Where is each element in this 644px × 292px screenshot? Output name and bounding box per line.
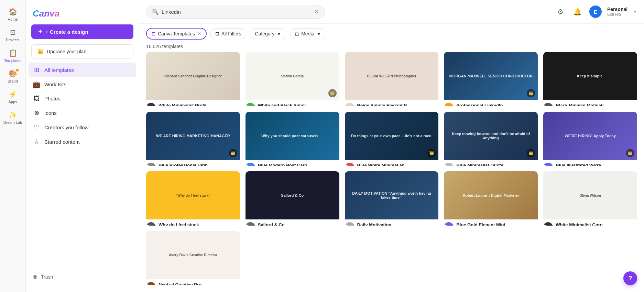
remove-chip-button[interactable]: ✕ [198,31,201,36]
card-thumbnail: Richard Sanchez Graphic Designer [146,52,240,100]
template-card[interactable]: Sallord & Co S Sallord & Co LinkedIn Pos… [245,171,339,226]
template-card[interactable]: "Why do I feel stuck" Y Why do I feel st… [146,171,240,226]
sidebar: Canva ✦ + Create a design 👑 Upgrade your… [26,0,139,292]
settings-button[interactable]: ⚙ [555,6,566,18]
template-count: 16,026 templates [139,44,644,52]
card-title: Professional LinkedIn ... [456,103,538,106]
canva-templates-chip[interactable]: ⊡ Canva Templates ✕ [146,28,207,40]
creator-avatar: R [146,103,156,106]
card-info: D Blue Professional Hirin... LinkedIn Po… [146,160,240,166]
template-card[interactable]: Keep moving forward and don't be afraid … [444,112,538,166]
card-title: Blue Illustrated We're ... [556,163,637,166]
media-filter-button[interactable]: ◻ Media ▼ [290,28,326,39]
dreamlab-icon: ✨ [9,111,17,119]
template-card[interactable]: Olivia Wilson Y White Minimalist Corp...… [543,171,637,226]
canva-logo: Canva [33,8,59,19]
card-text: White Minimalist Profil... LinkedIn Back… [159,103,240,106]
sidebar-item-work-kits[interactable]: 💼 Work Kits [29,77,136,91]
sidebar-item-all-templates[interactable]: ⊞ All templates [29,63,136,77]
template-card[interactable]: Shawn Garcia 👑 A White and Black Simpl..… [245,52,339,106]
card-info: S Blue Modern Post Caro... LinkedIn Caro… [245,160,339,166]
thumb-label: Robert Laurent Digital Marketer [460,191,522,200]
creator-avatar: DM [146,282,156,285]
template-card[interactable]: Avery Davis Creative Director DM Neutral… [146,231,240,285]
card-title: Blue Professional Hirin... [159,163,240,166]
nav-item-apps[interactable]: ⚡ Apps [0,87,25,107]
template-card[interactable]: WE'RE HIRING! Apply Today 👑 Y Blue Illus… [543,112,637,166]
search-icon: 🔍 [152,9,159,15]
thumb-label: Richard Sanchez Graphic Designer [162,72,225,81]
upgrade-plan-button[interactable]: 👑 Upgrade your plan [31,44,133,58]
premium-badge: 👑 [626,149,634,157]
card-text: White Minimalist Corp... LinkedIn Backgr… [556,222,637,226]
card-title: Daily Motivation [357,222,439,226]
notifications-button[interactable]: 🔔 [571,6,584,18]
template-card[interactable]: MORGAN MAXWELL SENIOR CONSTRUCTOR 👑 K Pr… [444,52,538,106]
category-filter-button[interactable]: Category ▼ [250,28,286,39]
user-info[interactable]: Personal Estrella [607,7,627,17]
thumb-label: "Why do I feel stuck" [173,191,213,200]
card-title: Neutral Creative Pro... [159,282,240,285]
nav-item-templates[interactable]: 📋 Templates [0,45,25,66]
avatar[interactable]: E [589,6,602,18]
apps-icon: ⚡ [9,90,17,98]
card-thumbnail: WE ARE HIRING MARKETING MANAGER 👑 [146,112,240,160]
user-plan: Estrella [607,12,627,17]
card-info: S Blue Minimalist Quote... LinkedIn Post… [444,160,538,166]
template-card[interactable]: DAILY MOTIVATION "Anything worth having … [345,171,439,226]
card-info: Y Why do I feel stuck LinkedIn Post [146,219,240,226]
chevron-down-icon: ▼ [276,31,281,36]
card-thumbnail: Sallord & Co [245,171,339,219]
help-button[interactable]: ? [623,271,637,285]
filter-bar: ⊡ Canva Templates ✕ ⊟ All Filters Catego… [139,24,644,44]
briefcase-icon: 💼 [33,80,40,88]
thumb-label: Do things at your own pace. Life's not a… [348,131,435,141]
photos-icon: 🖼 [33,95,40,102]
thumb-label: WE ARE HIRING MARKETING MANAGER [153,131,233,141]
creator-avatar: M [543,103,553,106]
card-title: Sallord & Co [258,222,339,226]
template-card[interactable]: Keep it simple. M Black Minimal Motivati… [543,52,637,106]
template-card[interactable]: WE ARE HIRING MARKETING MANAGER 👑 D Blue… [146,112,240,166]
card-thumbnail: MORGAN MAXWELL SENIOR CONSTRUCTOR 👑 [444,52,538,100]
clear-search-button[interactable]: ✕ [314,8,319,15]
search-input[interactable] [162,9,311,15]
template-card[interactable]: Do things at your own pace. Life's not a… [345,112,439,166]
trash-item[interactable]: 🗑 Trash [33,271,132,282]
card-info: Y Blue Illustrated We're ... LinkedIn Si… [543,160,637,166]
creator-avatar: Y [146,222,156,226]
template-card[interactable]: Robert Laurent Digital Marketer L Blue G… [444,171,538,226]
card-text: Blue Gold Elegant Mini... LinkedIn Backg… [456,222,538,226]
brand-icon: 🎨 [9,69,17,78]
template-card[interactable]: OLIVIA WILSON Photographer K Beige Simpl… [345,52,439,106]
all-filters-button[interactable]: ⊟ All Filters [210,28,247,39]
creator-avatar: K [444,103,454,106]
card-info: D Daily Motivation LinkedIn Post [345,219,439,226]
nav-item-home[interactable]: 🏠 Home [0,4,25,25]
thumb-label: Sallord & Co [278,191,306,200]
create-design-button[interactable]: ✦ + Create a design [31,24,133,39]
premium-badge: 👑 [229,149,237,157]
nav-item-dreamlab[interactable]: ✨ Dream Lab [0,107,25,128]
card-thumbnail: DAILY MOTIVATION "Anything worth having … [345,171,439,219]
sidebar-item-photos[interactable]: 🖼 Photos [29,91,136,106]
creator-avatar: D [345,222,354,226]
sidebar-item-starred[interactable]: ☆ Starred content [29,134,136,149]
card-text: Blue Minimalist Quote... LinkedIn Post b… [456,163,538,166]
card-text: Blue White Minimal an... LinkedIn Post b… [357,163,439,166]
thumb-label: Keep it simple. [574,71,607,81]
card-text: Blue Professional Hirin... LinkedIn Post… [159,163,240,166]
template-card[interactable]: Richard Sanchez Graphic Designer R White… [146,52,240,106]
card-title: White Minimalist Corp... [556,222,637,226]
search-bar[interactable]: 🔍 ✕ [146,5,325,19]
template-card[interactable]: Why you should post carousels → S Blue M… [245,112,339,166]
creator-avatar: Y [543,163,553,166]
creator-avatar: S [245,163,255,166]
nav-item-brand[interactable]: 🎨 Brand [0,66,25,87]
user-name: Personal [607,7,627,12]
sidebar-item-icons[interactable]: ⊛ Icons [29,106,136,120]
sidebar-item-creators-follow[interactable]: ♡ Creators you follow [29,120,136,134]
nav-label-brand: Brand [8,79,18,83]
nav-item-projects[interactable]: ⊡ Projects [0,25,25,45]
thumb-label: Olivia Wilson [577,191,604,200]
